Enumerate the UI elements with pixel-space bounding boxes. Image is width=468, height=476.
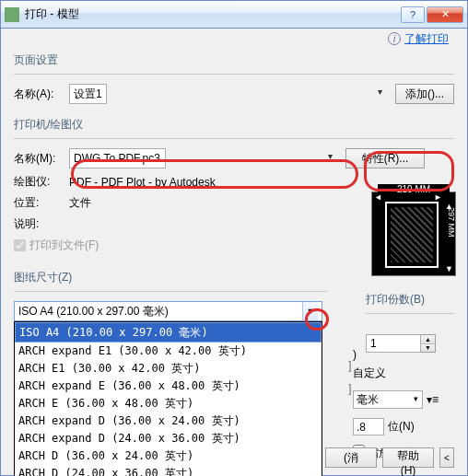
bracket-frag-2: ] bbox=[348, 381, 352, 395]
printer-name-select[interactable]: DWG To PDF.pc3 bbox=[69, 148, 166, 168]
unit-suffix: 位(N) bbox=[388, 419, 415, 435]
paper-size-option[interactable]: ARCH expand D (24.00 x 36.00 英寸) bbox=[15, 430, 322, 447]
help-footer-button[interactable]: 帮助(H) bbox=[382, 447, 434, 468]
printer-properties-button[interactable]: 特性(R)... bbox=[345, 148, 425, 168]
print-dialog: 打印 - 模型 ? ✕ i 了解打印 页面设置 名称(A): 设置1 添加().… bbox=[0, 0, 468, 476]
help-button[interactable]: ? bbox=[401, 6, 425, 23]
equals-icon: ▾≡ bbox=[427, 393, 439, 406]
copies-title: 打印份数(B) bbox=[366, 292, 454, 308]
paper-preview: 210 MM 297 MM ◄ ► ▲ ▼ bbox=[371, 192, 456, 276]
expand-chevron-button[interactable]: < bbox=[439, 447, 454, 468]
learn-print-link[interactable]: 了解打印 bbox=[404, 31, 449, 47]
paper-size-option[interactable]: ARCH D (24.00 x 36.00 英寸) bbox=[15, 465, 322, 476]
paper-size-option[interactable]: ISO A4 (210.00 x 297.00 毫米) bbox=[15, 322, 322, 342]
location-value: 文件 bbox=[69, 195, 91, 211]
plotter-value: PDF - PDF Plot - by Autodesk bbox=[69, 176, 216, 189]
printer-name-label: 名称(M): bbox=[14, 151, 69, 167]
paper-size-option[interactable]: ARCH expand D (36.00 x 24.00 英寸) bbox=[15, 412, 322, 430]
right-frag1: ) bbox=[353, 348, 357, 361]
print-to-file-checkbox bbox=[14, 239, 26, 251]
pagesetup-name-label: 名称(A): bbox=[14, 87, 69, 102]
location-label: 位置: bbox=[14, 195, 69, 211]
description-label: 说明: bbox=[14, 216, 69, 232]
titlebar: 打印 - 模型 ? ✕ bbox=[1, 1, 467, 29]
bracket-frag-1: ] bbox=[348, 358, 352, 372]
scale-value-input[interactable] bbox=[353, 418, 384, 435]
page-setup-title: 页面设置 bbox=[14, 52, 454, 68]
paper-size-option[interactable]: ARCH E (36.00 x 48.00 英寸) bbox=[15, 395, 322, 412]
custom-label: 自定义 bbox=[353, 366, 454, 381]
plotter-label: 绘图仪: bbox=[14, 174, 69, 190]
pagesetup-name-select[interactable]: 设置1 bbox=[69, 84, 107, 104]
paper-size-dropdown-list[interactable]: ISO A4 (210.00 x 297.00 毫米)ARCH expand E… bbox=[14, 321, 322, 476]
printer-title: 打印机/绘图仪 bbox=[14, 117, 454, 133]
paper-size-selected: ISO A4 (210.00 x 297.00 毫米) bbox=[18, 304, 302, 319]
paper-size-option[interactable]: ARCH expand E1 (30.00 x 42.00 英寸) bbox=[15, 342, 322, 360]
print-to-file-label: 打印到文件(F) bbox=[29, 238, 99, 253]
paper-size-option[interactable]: ARCH E1 (30.00 x 42.00 英寸) bbox=[15, 360, 322, 377]
unit-select[interactable]: 毫米 bbox=[353, 390, 423, 409]
app-icon bbox=[5, 7, 19, 22]
add-pagesetup-button[interactable]: 添加()... bbox=[395, 84, 454, 104]
close-button[interactable]: ✕ bbox=[427, 6, 463, 23]
top-link-row: i 了解打印 bbox=[1, 29, 467, 49]
info-icon: i bbox=[388, 32, 401, 45]
paper-size-option[interactable]: ARCH D (36.00 x 24.00 英寸) bbox=[15, 447, 322, 465]
chevron-down-icon[interactable]: ▼ bbox=[302, 302, 318, 320]
window-title: 打印 - 模型 bbox=[25, 6, 399, 22]
cancel-button[interactable]: (消 bbox=[325, 447, 377, 468]
paper-size-combo[interactable]: ISO A4 (210.00 x 297.00 毫米) ▼ ISO A4 (21… bbox=[14, 301, 322, 321]
preview-height-label: 297 MM bbox=[447, 207, 456, 238]
paper-size-option[interactable]: ARCH expand E (36.00 x 48.00 英寸) bbox=[15, 377, 322, 395]
